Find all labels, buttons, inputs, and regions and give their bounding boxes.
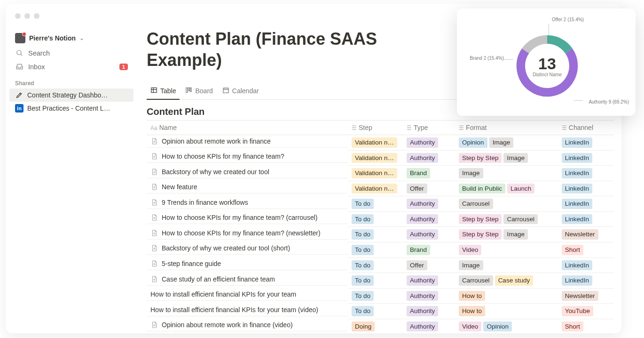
- cell-channel[interactable]: LinkedIn: [558, 196, 614, 212]
- cell-type[interactable]: Authority: [403, 227, 455, 242]
- cell-step[interactable]: To do: [348, 304, 403, 319]
- cell-step[interactable]: To do: [348, 227, 403, 242]
- cell-name[interactable]: How to choose KPIs for my finance team? …: [147, 227, 348, 240]
- tab-calendar[interactable]: Calendar: [219, 84, 263, 100]
- cell-step[interactable]: Validation n…: [348, 150, 403, 166]
- cell-channel[interactable]: LinkedIn: [558, 258, 614, 273]
- chart-center-value: 13: [538, 55, 556, 73]
- col-format[interactable]: ☰Format: [455, 121, 558, 135]
- cell-channel[interactable]: LinkedIn: [558, 150, 614, 166]
- cell-channel[interactable]: LinkedIn: [558, 166, 614, 181]
- table-row[interactable]: 5-step finance guideTo doOfferImageLinke…: [147, 258, 614, 273]
- tab-table[interactable]: Table: [147, 84, 180, 100]
- sidebar-page-0[interactable]: Content Strategy Dashbo…: [9, 89, 134, 102]
- table-row[interactable]: How to choose KPIs for my finance team? …: [147, 211, 614, 227]
- cell-channel[interactable]: LinkedIn: [558, 273, 614, 289]
- cell-format[interactable]: Carrousel: [455, 196, 558, 212]
- cell-name[interactable]: 5-step finance guide: [147, 258, 348, 270]
- cell-type[interactable]: Authority: [403, 196, 455, 212]
- cell-name[interactable]: Opinion about remote work in finance (vi…: [147, 319, 348, 331]
- cell-type[interactable]: Offer: [403, 181, 455, 196]
- search-button[interactable]: Search: [9, 46, 134, 60]
- cell-step[interactable]: To do: [348, 211, 403, 227]
- cell-format[interactable]: How to: [455, 304, 558, 319]
- table-row[interactable]: Opinion about remote work in finance (vi…: [147, 319, 614, 333]
- tag-format: Step by Step: [459, 214, 502, 225]
- cell-step[interactable]: Validation n…: [348, 181, 403, 196]
- cell-channel[interactable]: LinkedIn: [558, 135, 614, 151]
- cell-name[interactable]: How to choose KPIs for my finance team?: [147, 150, 348, 163]
- tag-type: Offer: [407, 260, 427, 271]
- close-window-dot[interactable]: [15, 13, 21, 19]
- cell-format[interactable]: How to: [455, 288, 558, 304]
- col-step[interactable]: ☰Step: [348, 121, 403, 135]
- cell-type[interactable]: Authority: [403, 288, 455, 304]
- cell-channel[interactable]: Newsletter: [558, 227, 614, 242]
- cell-name[interactable]: 9 Trends in finance workflows: [147, 196, 348, 209]
- cell-format[interactable]: VideoOpinion: [455, 319, 558, 333]
- sidebar-page-1[interactable]: inBest Practices - Content L…: [9, 102, 134, 115]
- cell-name[interactable]: New feature: [147, 181, 348, 193]
- table-row[interactable]: How to choose KPIs for my finance team?V…: [147, 150, 614, 166]
- cell-format[interactable]: Step by StepImage: [455, 150, 558, 166]
- tag-channel: LinkedIn: [562, 260, 592, 271]
- col-channel[interactable]: ☰Channel: [558, 121, 614, 135]
- cell-step[interactable]: To do: [348, 273, 403, 289]
- cell-name[interactable]: How to install efficient financial KPIs …: [147, 304, 348, 316]
- cell-name[interactable]: Backstory of why we created our tool: [147, 166, 348, 178]
- cell-channel[interactable]: Newsletter: [558, 288, 614, 304]
- cell-type[interactable]: Offer: [403, 258, 455, 273]
- table-row[interactable]: Backstory of why we created our tool (sh…: [147, 242, 614, 258]
- cell-step[interactable]: To do: [348, 288, 403, 304]
- cell-step[interactable]: To do: [348, 258, 403, 273]
- cell-format[interactable]: Image: [455, 166, 558, 181]
- cell-step[interactable]: To do: [348, 196, 403, 212]
- cell-name[interactable]: Backstory of why we created our tool (sh…: [147, 242, 348, 255]
- table-row[interactable]: How to install efficient financial KPIs …: [147, 288, 614, 304]
- minimize-window-dot[interactable]: [24, 13, 30, 19]
- col-type[interactable]: ☰Type: [403, 121, 455, 135]
- table-row[interactable]: Backstory of why we created our toolVali…: [147, 166, 614, 181]
- cell-format[interactable]: Video: [455, 242, 558, 258]
- board-icon: [185, 87, 192, 95]
- table-row[interactable]: How to choose KPIs for my finance team? …: [147, 227, 614, 242]
- workspace-switcher[interactable]: Pierre's Notion ⌄: [9, 30, 134, 46]
- cell-name[interactable]: Case study of an efficient finance team: [147, 273, 348, 286]
- cell-format[interactable]: Step by StepImage: [455, 227, 558, 242]
- inbox-button[interactable]: Inbox 1: [9, 60, 134, 73]
- cell-type[interactable]: Authority: [403, 135, 455, 151]
- cell-type[interactable]: Brand: [403, 242, 455, 258]
- cell-step[interactable]: Validation n…: [348, 135, 403, 151]
- cell-channel[interactable]: LinkedIn: [558, 211, 614, 227]
- cell-type[interactable]: Authority: [403, 304, 455, 319]
- maximize-window-dot[interactable]: [34, 13, 39, 19]
- cell-name[interactable]: How to install efficient financial KPIs …: [147, 288, 348, 301]
- table-row[interactable]: 9 Trends in finance workflowsTo doAuthor…: [147, 196, 614, 212]
- table-row[interactable]: Case study of an efficient finance teamT…: [147, 273, 614, 289]
- cell-step[interactable]: Validation n…: [348, 166, 403, 181]
- cell-format[interactable]: OpinionImage: [455, 135, 558, 151]
- table-row[interactable]: How to install efficient financial KPIs …: [147, 304, 614, 319]
- cell-type[interactable]: Authority: [403, 211, 455, 227]
- cell-channel[interactable]: Short: [558, 319, 614, 333]
- tab-board[interactable]: Board: [181, 84, 216, 100]
- cell-channel[interactable]: YouTube: [558, 304, 614, 319]
- cell-step[interactable]: To do: [348, 242, 403, 258]
- col-name[interactable]: AaName: [147, 121, 348, 135]
- table-row[interactable]: New featureValidation n…OfferBuild in Pu…: [147, 181, 614, 196]
- cell-channel[interactable]: LinkedIn: [558, 181, 614, 196]
- cell-name[interactable]: How to choose KPIs for my finance team? …: [147, 211, 348, 224]
- cell-type[interactable]: Authority: [403, 273, 455, 289]
- cell-format[interactable]: Step by StepCarrousel: [455, 211, 558, 227]
- cell-format[interactable]: Build in PublicLaunch: [455, 181, 558, 196]
- table-row[interactable]: Opinion about remote work in financeVali…: [147, 135, 614, 151]
- cell-name[interactable]: Opinion about remote work in finance: [147, 135, 348, 148]
- cell-type[interactable]: Brand: [403, 166, 455, 181]
- cell-type[interactable]: Authority: [403, 150, 455, 166]
- tag-step: Validation n…: [352, 168, 397, 178]
- cell-format[interactable]: Image: [455, 258, 558, 273]
- cell-channel[interactable]: Short: [558, 242, 614, 258]
- cell-step[interactable]: Doing: [348, 319, 403, 333]
- cell-format[interactable]: CarrouselCase study: [455, 273, 558, 289]
- cell-type[interactable]: Authority: [403, 319, 455, 333]
